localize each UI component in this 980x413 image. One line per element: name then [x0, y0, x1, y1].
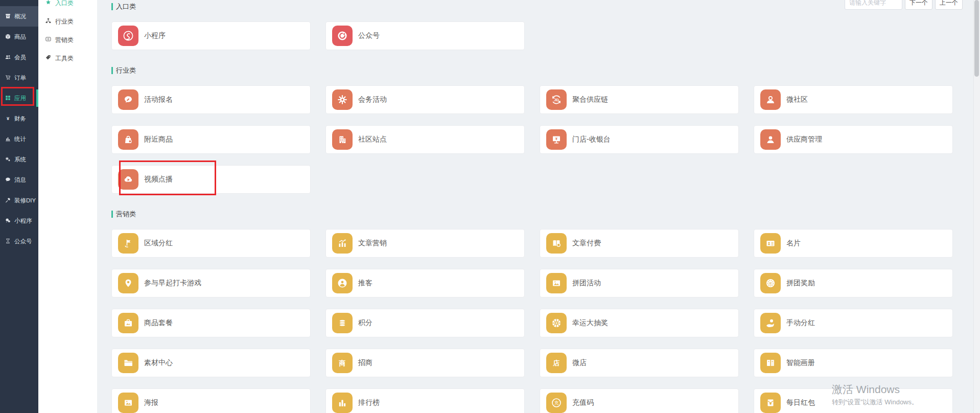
sidebar-item-diy[interactable]: 装修DIY [0, 190, 38, 211]
sidebar-item-apps[interactable]: 应用 [0, 88, 38, 108]
app-card-morning-checkin[interactable]: 参与早起打卡游戏 [111, 269, 311, 297]
app-card-label: 海报 [144, 398, 158, 407]
category-item-entry[interactable]: 入口类 [38, 0, 97, 12]
app-card-daily-redpacket[interactable]: 每日红包 [754, 388, 953, 413]
next-button[interactable]: 下一个 [905, 0, 932, 10]
app-card-miniprogram[interactable]: 小程序 [111, 21, 311, 50]
book-coin-icon [546, 233, 567, 254]
sitemap-icon [45, 17, 52, 26]
app-card-article-marketing[interactable]: 文章营销 [325, 229, 525, 258]
wheel-icon [546, 313, 567, 333]
category-item-tools[interactable]: 工具类 [38, 49, 97, 67]
jd-arrows-icon: JD [546, 89, 567, 110]
app-card-label: 推客 [358, 279, 372, 288]
svg-text:奖: 奖 [769, 282, 773, 285]
search-input[interactable] [845, 0, 902, 10]
app-card-video-on-demand[interactable]: 视频点播 [111, 165, 311, 194]
section-title: 营销类 [116, 210, 136, 219]
app-card-label: 积分 [358, 318, 372, 328]
sidebar-item-goods[interactable]: 商品 [0, 27, 38, 47]
app-card-region-dividend[interactable]: 区域分红 [111, 229, 311, 258]
app-card-label: 附近商品 [144, 135, 173, 144]
app-card-goods-package[interactable]: 商品套餐 [111, 309, 311, 337]
sidebar-item-overview[interactable]: 概况 [0, 6, 38, 27]
app-card-meeting-activity[interactable]: 会务活动 [325, 85, 525, 114]
app-card-supplier-mgmt[interactable]: 供应商管理 [754, 125, 953, 154]
sidebar-item-finance[interactable]: ¥财务 [0, 108, 38, 129]
app-card-label: 招商 [358, 358, 372, 368]
app-card-investment[interactable]: 商招商 [325, 349, 525, 377]
app-card-label: 手动分红 [786, 318, 815, 328]
app-card-recharge-code[interactable]: 充充值码 [540, 388, 739, 413]
app-card-label: 微社区 [786, 95, 808, 104]
message-icon [5, 176, 11, 184]
scrollbar-thumb[interactable] [974, 0, 979, 77]
app-card-business-card[interactable]: 名片 [754, 229, 953, 258]
app-card-article-pay[interactable]: 文章付费 [540, 229, 739, 258]
app-card-official-account[interactable]: 公众号 [325, 21, 525, 50]
person-circle-icon [332, 273, 353, 293]
red-packet-icon [760, 393, 781, 413]
app-card-group-reward[interactable]: 奖拼团奖励 [754, 269, 953, 297]
stats-icon [5, 135, 11, 143]
app-card-community-site[interactable]: 社区站点 [325, 125, 525, 154]
svg-text:JD: JD [554, 98, 559, 102]
app-card-activity-signup[interactable]: 活动报名 [111, 85, 311, 114]
category-item-label: 工具类 [55, 54, 74, 63]
app-card-lucky-draw[interactable]: 幸运大抽奖 [540, 309, 739, 337]
app-card-smart-album[interactable]: 智能画册 [754, 349, 953, 377]
category-item-marketing[interactable]: 营销类 [38, 31, 97, 49]
svg-text:充: 充 [554, 400, 559, 405]
ranking-bars-icon [332, 393, 353, 413]
sidebar-item-members[interactable]: 会员 [0, 47, 38, 67]
app-card-manual-dividend[interactable]: 手动分红 [754, 309, 953, 337]
app-card-label: 供应商管理 [786, 135, 822, 144]
flag-icon [118, 233, 138, 254]
category-item-industry[interactable]: 行业类 [38, 12, 97, 31]
app-card-nearby-goods[interactable]: 附近商品 [111, 125, 311, 154]
category-item-label: 入口类 [55, 0, 74, 8]
app-card-label: 充值码 [572, 398, 594, 407]
app-card-micro-store[interactable]: 店微店 [540, 349, 739, 377]
diy-icon [5, 197, 11, 204]
app-card-community[interactable]: 微社区 [754, 85, 953, 114]
dian-char-icon: 店 [546, 353, 567, 373]
sidebar-item-miniapp[interactable]: 小程序 [0, 211, 38, 231]
prev-button[interactable]: 上一个 [935, 0, 963, 10]
app-card-material-center[interactable]: 素材中心 [111, 349, 311, 377]
svg-text:商: 商 [339, 359, 346, 367]
sidebar-item-official[interactable]: 公众号 [0, 231, 38, 251]
chart-up-icon [332, 233, 353, 254]
app-card-label: 拼团活动 [572, 279, 601, 288]
app-card-ranking[interactable]: 排行榜 [325, 388, 525, 413]
folder-icon [118, 353, 138, 373]
sidebar-item-message[interactable]: 消息 [0, 170, 38, 190]
app-card-label: 素材中心 [144, 358, 173, 368]
app-card-label: 文章营销 [358, 239, 387, 248]
sidebar-item-label: 应用 [14, 95, 26, 102]
app-card-group-activity[interactable]: 拼团活动 [540, 269, 739, 297]
sidebar-item-stats[interactable]: 统计 [0, 129, 38, 149]
tag-icon [45, 54, 52, 62]
svg-text:¥: ¥ [555, 137, 557, 141]
sidebar-item-system[interactable]: 系统 [0, 149, 38, 170]
category-item-label: 营销类 [55, 36, 74, 44]
app-card-supply-chain[interactable]: JD聚合供应链 [540, 85, 739, 114]
app-card-tuike[interactable]: 推客 [325, 269, 525, 297]
app-card-label: 会务活动 [358, 95, 387, 104]
sidebar-item-label: 商品 [14, 33, 26, 41]
app-card-label: 活动报名 [144, 95, 173, 104]
section-title: 入口类 [116, 2, 136, 11]
app-grid-marketing: 区域分红文章营销文章付费名片参与早起打卡游戏推客拼团活动奖拼团奖励商品套餐积分幸… [111, 229, 974, 413]
search-toolbar: 下一个 上一个 [845, 0, 963, 10]
sidebar-item-label: 系统 [14, 156, 26, 164]
section-accent-bar [111, 211, 113, 218]
sidebar-item-orders[interactable]: 订单 [0, 67, 38, 88]
sidebar-item-label: 装修DIY [14, 197, 36, 204]
app-card-poster[interactable]: 海报 [111, 388, 311, 413]
video-cloud-icon [118, 169, 138, 190]
app-card-store-cashier[interactable]: ¥门店-收银台 [540, 125, 739, 154]
scrollbar-track[interactable] [973, 0, 980, 413]
pin-icon [118, 273, 138, 293]
app-card-points[interactable]: 积分 [325, 309, 525, 337]
